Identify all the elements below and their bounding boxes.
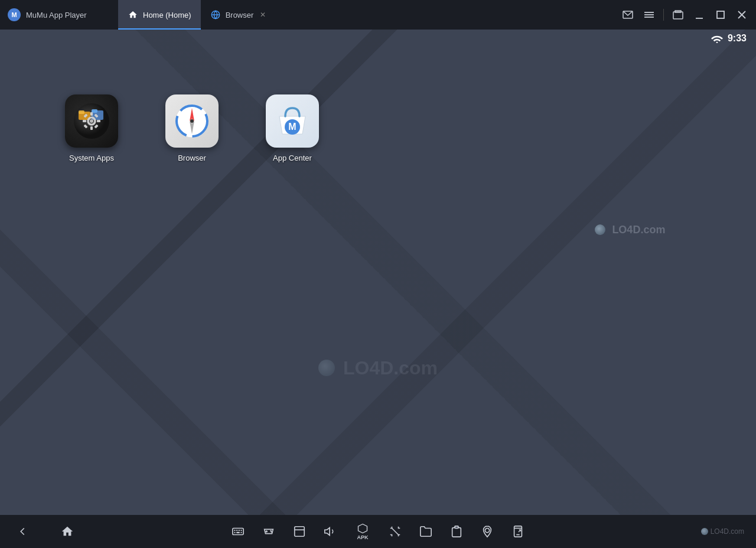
home-button[interactable] (57, 521, 78, 542)
watermark-bottom-right: LO4D.com (701, 527, 744, 536)
gear-icon (74, 103, 109, 139)
android-screen: 9:33 (0, 30, 756, 515)
tab-home-label: Home (Home) (143, 11, 191, 19)
svg-rect-18 (92, 109, 97, 113)
screenshot-button[interactable] (669, 5, 687, 24)
svg-rect-51 (452, 528, 461, 537)
app-center-label: App Center (273, 154, 312, 162)
tab-browser-close[interactable]: ✕ (258, 10, 268, 19)
svg-text:M: M (11, 11, 17, 18)
back-button[interactable] (12, 521, 33, 542)
maximize-button[interactable] (711, 5, 730, 24)
titlebar-right (618, 5, 756, 24)
titlebar: M MuMu App Player Home (Home) Brows (0, 0, 756, 30)
svg-rect-23 (83, 120, 86, 122)
svg-rect-46 (295, 527, 305, 537)
app-icon-app-center[interactable]: M App Center (260, 94, 325, 162)
app-icon-system-apps[interactable]: System Apps (59, 94, 124, 162)
shopping-bag-icon: M (271, 100, 314, 142)
toolbar-center: APK (227, 521, 529, 542)
home-tab-icon (128, 9, 138, 20)
svg-rect-52 (455, 526, 458, 529)
app-center-icon-img: M (266, 94, 319, 148)
svg-rect-11 (717, 11, 724, 18)
menu-button[interactable] (640, 5, 659, 24)
minimize-button[interactable] (690, 5, 709, 24)
app-logo-icon: M (7, 8, 21, 22)
tab-browser-label: Browser (226, 11, 254, 19)
browser-icon-img (165, 94, 219, 148)
app-icon-browser[interactable]: Browser (159, 94, 224, 162)
titlebar-separator (663, 9, 664, 21)
close-button[interactable] (732, 5, 751, 24)
svg-point-45 (271, 531, 271, 531)
bottom-toolbar: APK (0, 515, 756, 548)
svg-rect-22 (90, 126, 93, 130)
svg-rect-16 (79, 110, 84, 114)
svg-text:M: M (288, 122, 296, 132)
watermark-center: LO4D.com (318, 357, 438, 379)
svg-point-20 (90, 119, 93, 123)
svg-rect-24 (97, 120, 100, 122)
android-statusbar: 9:33 (702, 30, 756, 47)
tabs-area: Home (Home) Browser ✕ (118, 0, 277, 30)
folder-button[interactable] (415, 521, 436, 542)
gamepad-button[interactable] (258, 521, 279, 542)
location-button[interactable] (477, 521, 498, 542)
app-title: MuMu App Player (26, 11, 87, 19)
app-icons-grid: System Apps Browser (59, 94, 325, 162)
compass-icon (173, 102, 211, 140)
svg-point-34 (190, 119, 194, 123)
svg-rect-21 (90, 112, 93, 116)
app-logo-area: M MuMu App Player (0, 8, 118, 22)
apk-button[interactable]: APK (350, 521, 375, 542)
clipboard-button[interactable] (446, 521, 467, 542)
svg-rect-37 (233, 529, 243, 535)
browser-label: Browser (178, 154, 206, 162)
time-display: 9:33 (728, 33, 747, 44)
tab-browser[interactable]: Browser ✕ (201, 0, 278, 30)
crop-button[interactable] (384, 521, 406, 542)
svg-marker-48 (325, 528, 330, 536)
toolbar-nav-left (12, 521, 78, 542)
volume-button[interactable] (320, 521, 341, 542)
system-apps-icon-img (65, 94, 118, 148)
svg-rect-8 (673, 12, 683, 19)
svg-line-49 (392, 529, 399, 535)
watermark-top-right: LO4D.com (595, 224, 665, 236)
mail-button[interactable] (618, 5, 637, 24)
svg-point-53 (485, 529, 489, 533)
browser-tab-icon (210, 9, 221, 20)
tab-home[interactable]: Home (Home) (118, 0, 201, 30)
system-apps-label: System Apps (69, 154, 114, 162)
phone-screenshot-button[interactable] (507, 521, 529, 542)
keyboard-button[interactable] (227, 521, 249, 542)
wifi-icon (711, 34, 723, 43)
rotate-button[interactable] (289, 521, 310, 542)
